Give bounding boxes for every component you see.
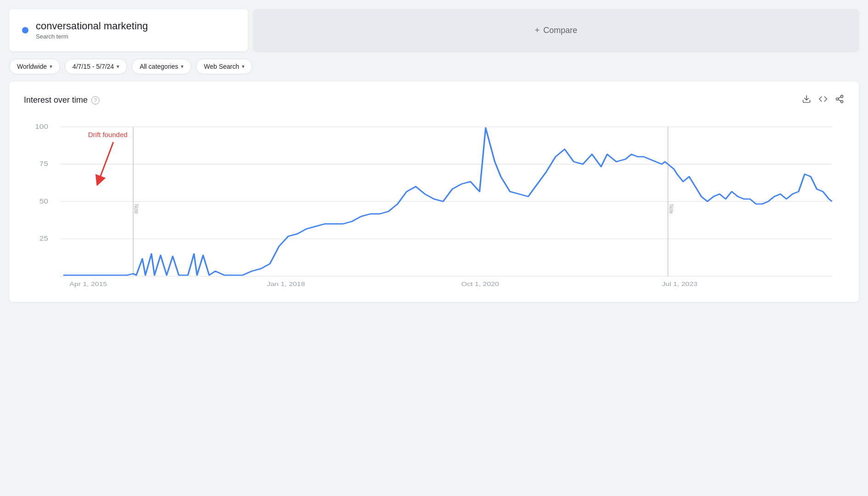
date-range-value: 4/7/15 - 5/7/24 xyxy=(72,63,114,70)
svg-text:25: 25 xyxy=(39,235,48,242)
svg-text:Note: Note xyxy=(134,204,139,214)
embed-button[interactable] xyxy=(818,94,828,106)
category-value: All categories xyxy=(139,63,178,70)
term-color-dot xyxy=(22,27,28,33)
chart-header: Interest over time ? xyxy=(24,94,844,106)
svg-line-5 xyxy=(838,97,841,98)
compare-card[interactable]: + Compare xyxy=(253,9,859,51)
search-term-text: conversational marketing Search term xyxy=(36,20,148,40)
location-filter[interactable]: Worldwide ▾ xyxy=(9,59,60,74)
location-arrow-icon: ▾ xyxy=(50,63,52,70)
category-filter[interactable]: All categories ▾ xyxy=(132,59,191,74)
svg-text:Jan 1, 2018: Jan 1, 2018 xyxy=(267,281,305,287)
compare-label: Compare xyxy=(543,26,577,35)
search-type-arrow-icon: ▾ xyxy=(242,63,245,70)
svg-line-4 xyxy=(838,99,841,101)
location-value: Worldwide xyxy=(17,63,47,70)
category-arrow-icon: ▾ xyxy=(181,63,184,70)
chart-title-area: Interest over time ? xyxy=(24,95,100,105)
svg-text:Jul 1, 2023: Jul 1, 2023 xyxy=(662,281,698,287)
compare-icon: + xyxy=(535,26,540,35)
share-icon xyxy=(835,94,844,104)
search-type-value: Web Search xyxy=(204,63,239,70)
date-range-arrow-icon: ▾ xyxy=(117,63,119,70)
date-range-filter[interactable]: 4/7/15 - 5/7/24 ▾ xyxy=(65,59,127,74)
embed-icon xyxy=(818,94,828,104)
compare-button[interactable]: + Compare xyxy=(535,26,578,35)
svg-text:50: 50 xyxy=(39,198,48,204)
chart-title: Interest over time xyxy=(24,95,88,105)
search-type-filter[interactable]: Web Search ▾ xyxy=(196,59,252,74)
help-icon[interactable]: ? xyxy=(91,96,100,105)
annotation-label: Drift founded xyxy=(88,131,128,138)
download-icon xyxy=(802,94,811,104)
chart-container: Drift founded 100 75 50 25 Note xyxy=(24,117,844,291)
chart-svg: 100 75 50 25 Note Note Apr 1, 2015 Jan 1… xyxy=(24,117,844,291)
search-term-title: conversational marketing xyxy=(36,20,148,32)
filters-row: Worldwide ▾ 4/7/15 - 5/7/24 ▾ All catego… xyxy=(9,59,859,74)
svg-text:Note: Note xyxy=(668,204,674,214)
svg-text:Oct 1, 2020: Oct 1, 2020 xyxy=(462,281,499,287)
share-button[interactable] xyxy=(835,94,844,106)
svg-text:100: 100 xyxy=(35,123,48,130)
chart-card: Interest over time ? Dr xyxy=(9,82,859,302)
chart-actions xyxy=(802,94,844,106)
search-term-card: conversational marketing Search term xyxy=(9,9,248,51)
download-button[interactable] xyxy=(802,94,811,106)
svg-text:Apr 1, 2015: Apr 1, 2015 xyxy=(69,281,107,287)
search-term-label: Search term xyxy=(36,33,68,40)
svg-text:75: 75 xyxy=(39,160,48,167)
